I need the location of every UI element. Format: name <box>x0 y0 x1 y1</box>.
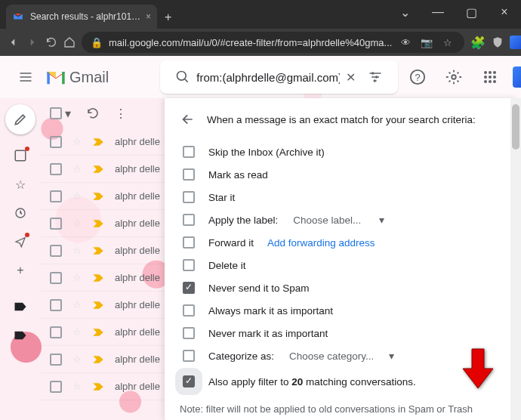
star-icon[interactable]: ☆ <box>72 326 82 338</box>
apps-grid-icon[interactable] <box>476 63 504 91</box>
row-checkbox[interactable] <box>50 163 62 175</box>
sent-icon[interactable] <box>13 234 28 249</box>
filter-option-always-important[interactable]: Always mark it as important <box>180 299 503 322</box>
filter-option-mark-read[interactable]: Mark as read <box>180 163 503 186</box>
star-icon[interactable]: ☆ <box>440 35 455 50</box>
filter-option-never-spam[interactable]: Never send it to Spam <box>180 276 503 299</box>
hamburger-icon[interactable] <box>12 63 39 91</box>
filter-option-apply-label[interactable]: Apply the label:Choose label... ▾ <box>180 208 503 231</box>
svg-point-9 <box>493 71 496 74</box>
chevron-down-icon: ▾ <box>65 107 71 121</box>
search-icon[interactable] <box>169 69 196 85</box>
back-arrow-icon[interactable] <box>180 112 195 127</box>
browser-address-bar: 🔒 mail.google.com/mail/u/0/#create-filte… <box>0 29 521 56</box>
star-icon[interactable]: ☆ <box>72 245 82 256</box>
alpho-logo-icon[interactable] <box>510 35 521 50</box>
filter-option-delete[interactable]: Delete it <box>180 254 503 276</box>
filter-option-also-apply[interactable]: Also apply filter to 20 matching convers… <box>180 370 503 393</box>
inbox-icon[interactable] <box>13 148 28 163</box>
scrollbar[interactable] <box>510 98 521 420</box>
label-2-icon[interactable] <box>13 328 28 343</box>
star-icon[interactable]: ☆ <box>72 163 82 174</box>
eye-icon[interactable]: 👁 <box>398 35 413 50</box>
chevron-down-icon[interactable]: ⌄ <box>388 0 421 24</box>
important-marker-icon[interactable] <box>92 355 104 364</box>
sender-name: alphr delle <box>115 299 160 310</box>
important-marker-icon[interactable] <box>92 273 104 283</box>
compose-button[interactable] <box>5 104 35 134</box>
sender-name: alphr delle <box>115 354 160 365</box>
star-icon[interactable]: ☆ <box>72 299 82 310</box>
star-icon[interactable]: ☆ <box>72 190 82 202</box>
browser-tab[interactable]: Search results - alphr101@gmail. × <box>6 5 157 29</box>
filter-option-star[interactable]: Star it <box>180 186 503 208</box>
important-marker-icon[interactable] <box>92 382 104 391</box>
snoozed-icon[interactable] <box>13 205 28 221</box>
row-checkbox[interactable] <box>50 272 62 284</box>
star-icon[interactable]: ☆ <box>72 272 82 283</box>
gmail-logo-text: Gmail <box>69 69 109 86</box>
scrollbar-thumb[interactable] <box>512 104 519 150</box>
search-options-icon[interactable] <box>362 69 389 85</box>
refresh-icon[interactable] <box>86 107 100 120</box>
label-1-icon[interactable] <box>13 299 28 314</box>
row-checkbox[interactable] <box>50 218 62 230</box>
svg-point-3 <box>374 79 376 82</box>
row-checkbox[interactable] <box>50 299 62 311</box>
extension-puzzle-icon[interactable]: 🧩 <box>470 35 486 50</box>
filter-option-skip-inbox[interactable]: Skip the Inbox (Archive it) <box>180 141 503 163</box>
svg-point-0 <box>177 72 187 81</box>
maximize-icon[interactable]: ▢ <box>455 0 488 24</box>
expand-more-icon[interactable]: + <box>13 263 28 278</box>
minimize-icon[interactable]: — <box>421 0 455 24</box>
filter-option-categorize[interactable]: Categorize as:Choose category... ▾ <box>180 344 503 367</box>
settings-gear-icon[interactable] <box>440 63 467 91</box>
camera-icon[interactable]: 📷 <box>419 35 434 50</box>
filter-option-forward[interactable]: Forward itAdd forwarding address <box>180 231 503 254</box>
filter-panel-title: When a message is an exact match for you… <box>207 114 476 125</box>
home-icon[interactable] <box>63 32 76 53</box>
svg-point-11 <box>489 76 492 79</box>
forward-icon[interactable] <box>26 32 39 53</box>
row-checkbox[interactable] <box>50 245 62 257</box>
close-window-icon[interactable]: × <box>488 0 521 24</box>
svg-point-14 <box>489 80 492 83</box>
sender-name: alphr delle <box>115 381 160 392</box>
star-icon[interactable]: ☆ <box>72 354 82 365</box>
select-all-checkbox[interactable]: ▾ <box>50 107 71 121</box>
row-checkbox[interactable] <box>50 326 62 338</box>
sender-name: alphr delle <box>115 218 160 229</box>
reload-icon[interactable] <box>45 32 57 53</box>
svg-point-10 <box>484 76 487 79</box>
important-marker-icon[interactable] <box>92 219 104 228</box>
back-icon[interactable] <box>6 32 20 53</box>
row-checkbox[interactable] <box>50 190 62 202</box>
star-icon[interactable]: ☆ <box>72 381 82 392</box>
clear-search-icon[interactable]: ✕ <box>340 70 362 85</box>
url-field[interactable]: 🔒 mail.google.com/mail/u/0/#create-filte… <box>82 32 464 53</box>
category-select[interactable]: Choose category... ▾ <box>289 350 394 362</box>
row-checkbox[interactable] <box>50 136 62 148</box>
new-tab-button[interactable]: + <box>157 6 179 29</box>
search-input[interactable] <box>196 71 340 84</box>
close-tab-icon[interactable]: × <box>146 11 151 22</box>
shield-icon[interactable] <box>492 35 504 50</box>
starred-icon[interactable]: ☆ <box>13 177 28 192</box>
row-checkbox[interactable] <box>50 381 62 393</box>
star-icon[interactable]: ☆ <box>72 218 82 229</box>
important-marker-icon[interactable] <box>92 301 104 310</box>
important-marker-icon[interactable] <box>92 246 104 255</box>
important-marker-icon[interactable] <box>92 137 104 147</box>
add-forwarding-link[interactable]: Add forwarding address <box>267 237 375 249</box>
important-marker-icon[interactable] <box>92 328 104 337</box>
help-icon[interactable]: ? <box>404 63 431 91</box>
more-icon[interactable]: ⋮ <box>115 107 127 121</box>
filter-option-never-important[interactable]: Never mark it as important <box>180 322 503 344</box>
label-select[interactable]: Choose label... ▾ <box>293 214 384 226</box>
important-marker-icon[interactable] <box>92 192 104 201</box>
row-checkbox[interactable] <box>50 354 62 366</box>
star-icon[interactable]: ☆ <box>72 136 82 147</box>
alpho-account-icon[interactable] <box>513 66 521 88</box>
gmail-logo[interactable]: Gmail <box>45 69 109 86</box>
important-marker-icon[interactable] <box>92 165 104 174</box>
